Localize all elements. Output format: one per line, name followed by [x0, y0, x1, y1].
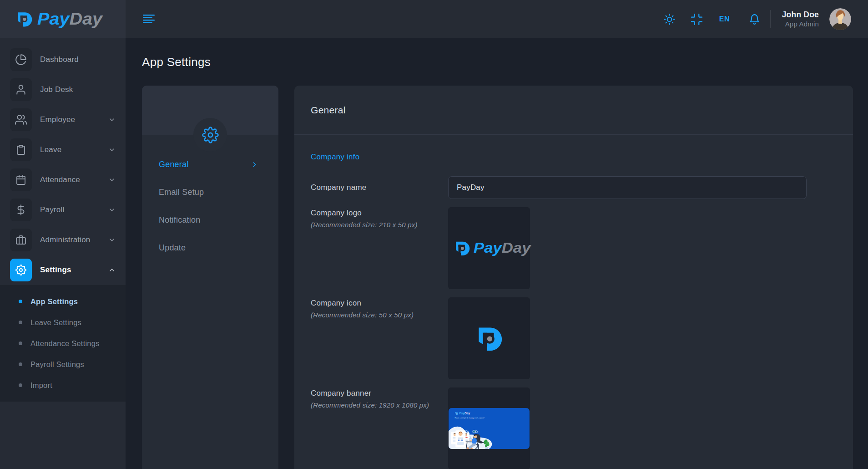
sidebar-item-leave[interactable]: Leave: [0, 135, 126, 165]
sidebar-item-administration[interactable]: Administration: [0, 225, 126, 255]
notifications-bell-icon[interactable]: [748, 14, 760, 25]
company-logo-label: Company logo: [311, 207, 448, 219]
sidebar-nav: Dashboard Job Desk Employee Leave: [0, 38, 126, 402]
pie-chart-icon: [10, 48, 32, 71]
compress-fullscreen-icon[interactable]: [691, 14, 703, 25]
company-icon-row: Company icon (Recommended size: 50 x 50 …: [311, 297, 837, 379]
settings-menu-item-email-setup[interactable]: Email Setup: [142, 178, 278, 206]
submenu-item-attendance-settings[interactable]: Attendance Settings: [0, 333, 126, 354]
sidebar-item-job-desk[interactable]: Job Desk: [0, 75, 126, 105]
topbar-actions: EN John Doe App Admin: [664, 8, 868, 30]
company-logo-preview[interactable]: PayDay: [448, 207, 530, 289]
settings-menu-item-update[interactable]: Update: [142, 234, 278, 262]
company-banner-preview[interactable]: PayDay Have a simple & happy work-space!: [448, 387, 530, 469]
user-icon: [10, 78, 32, 101]
chevron-down-icon: [108, 116, 116, 123]
settings-menu-header: [142, 86, 278, 135]
company-logo-hint: (Recommended size: 210 x 50 px): [311, 219, 448, 231]
panel-title: General: [311, 105, 346, 116]
language-selector[interactable]: EN: [719, 15, 730, 23]
company-logo-row: Company logo (Recommended size: 210 x 50…: [311, 207, 837, 289]
company-banner-label: Company banner: [311, 387, 448, 399]
sidebar-item-attendance[interactable]: Attendance: [0, 165, 126, 195]
chevron-right-icon: [251, 161, 258, 168]
settings-menu-item-general[interactable]: General: [142, 151, 278, 178]
payday-logo-icon: [15, 10, 33, 29]
user-name: John Doe: [779, 10, 819, 20]
company-name-input[interactable]: [448, 176, 807, 199]
bullet-dot-icon: [19, 362, 22, 366]
gear-icon: [202, 127, 219, 143]
company-banner-image: PayDay Have a simple & happy work-space!: [449, 408, 530, 449]
submenu-item-import[interactable]: Import: [0, 375, 126, 396]
topbar: EN John Doe App Admin: [126, 0, 868, 38]
panel-body: Company info Company name Company logo (…: [294, 135, 853, 469]
company-info-section-title: Company info: [311, 151, 837, 163]
payday-logo-text: PayDay: [37, 10, 102, 29]
general-panel-card: General Company info Company name Compan…: [294, 86, 853, 469]
sidebar-item-payroll[interactable]: Payroll: [0, 195, 126, 225]
submenu-item-leave-settings[interactable]: Leave Settings: [0, 312, 126, 333]
company-icon-image: [475, 324, 503, 353]
dollar-icon: [10, 199, 32, 221]
submenu-item-app-settings[interactable]: App Settings: [0, 291, 126, 312]
bullet-dot-icon: [19, 383, 22, 387]
company-banner-row: Company banner (Recommended size: 1920 x…: [311, 387, 837, 469]
user-avatar[interactable]: [829, 8, 851, 30]
settings-menu-list: General Email Setup Notification Update: [142, 135, 278, 262]
panel-header: General: [294, 86, 853, 135]
banner-tagline: Have a simple & happy work-space!: [455, 417, 484, 419]
company-logo-image: PayDay: [454, 239, 525, 257]
bullet-dot-icon: [19, 321, 22, 324]
gear-circle: [193, 118, 227, 152]
page-title: App Settings: [142, 55, 853, 69]
bullet-dot-icon: [19, 300, 22, 303]
banner-logo-text: PayDay: [459, 412, 470, 415]
bullet-dot-icon: [19, 342, 22, 345]
settings-submenu: App Settings Leave Settings Attendance S…: [0, 285, 126, 402]
users-icon: [10, 108, 32, 131]
calendar-icon: [10, 168, 32, 191]
sidebar-item-settings[interactable]: Settings: [0, 255, 126, 285]
company-banner-hint: (Recommended size: 1920 x 1080 px): [311, 399, 448, 411]
menu-toggle-icon[interactable]: [143, 14, 155, 24]
company-name-row: Company name: [311, 176, 837, 199]
chevron-up-icon: [108, 266, 116, 274]
briefcase-icon: [10, 229, 32, 251]
app-logo[interactable]: PayDay: [0, 0, 126, 38]
settings-menu-card: General Email Setup Notification Update: [142, 86, 278, 469]
settings-menu-item-notification[interactable]: Notification: [142, 206, 278, 234]
sidebar-item-employee[interactable]: Employee: [0, 105, 126, 135]
sidebar-item-dashboard[interactable]: Dashboard: [0, 45, 126, 75]
company-icon-label: Company icon: [311, 297, 448, 309]
gear-icon: [10, 259, 32, 281]
sidebar: PayDay Dashboard Job Desk Employee: [0, 0, 126, 469]
company-icon-preview[interactable]: [448, 297, 530, 379]
user-role: App Admin: [779, 20, 819, 29]
clipboard-icon: [10, 138, 32, 161]
user-menu[interactable]: John Doe App Admin: [779, 10, 819, 29]
topbar-divider: [770, 10, 771, 28]
submenu-item-payroll-settings[interactable]: Payroll Settings: [0, 354, 126, 375]
theme-sun-icon[interactable]: [664, 14, 676, 25]
company-name-label: Company name: [311, 182, 448, 194]
chevron-down-icon: [108, 176, 116, 184]
company-icon-hint: (Recommended size: 50 x 50 px): [311, 309, 448, 321]
chevron-down-icon: [108, 236, 116, 244]
chevron-down-icon: [108, 206, 116, 214]
chevron-down-icon: [108, 146, 116, 153]
main-content: App Settings General Email Setup: [126, 38, 868, 469]
